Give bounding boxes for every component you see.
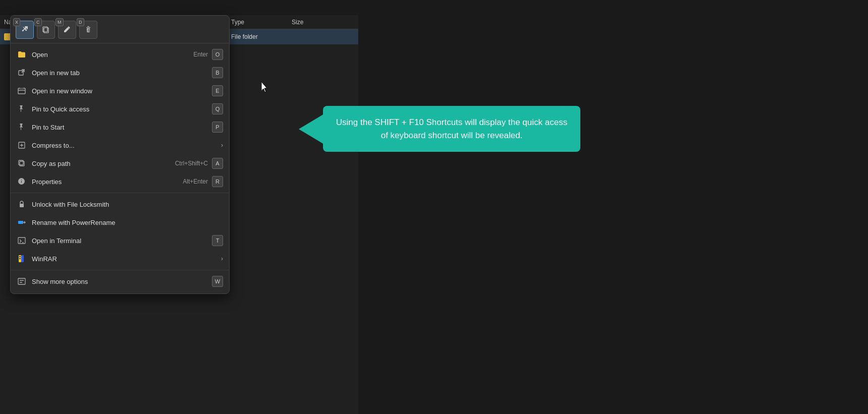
cut-button[interactable]: X [16, 21, 34, 39]
col-type: Type [231, 19, 292, 26]
menu-item-winrar[interactable]: WinRAR › [11, 250, 229, 268]
more-options-key: W [212, 276, 223, 287]
open-new-tab-icon [17, 68, 27, 78]
menu-item-more-options[interactable]: Show more options W [11, 272, 229, 290]
rename-icon [63, 26, 71, 34]
svg-rect-10 [18, 238, 25, 244]
copy-path-label: Copy as path [32, 160, 167, 167]
delete-key-badge: D [77, 18, 84, 26]
copy-path-icon [17, 158, 27, 168]
pin-start-icon [17, 122, 27, 132]
copy-key-badge: C [34, 18, 42, 26]
rename-button[interactable]: M [58, 21, 76, 39]
terminal-key: T [212, 235, 223, 246]
open-new-window-key: E [212, 85, 223, 96]
context-menu-toolbar: X C M D [11, 19, 229, 43]
tooltip-text: Using the SHIFT + F10 Shortcuts will dis… [335, 116, 568, 142]
properties-key: R [212, 176, 223, 187]
delete-button[interactable]: D [79, 21, 97, 39]
pin-start-label: Pin to Start [32, 124, 208, 131]
context-menu: X C M D [10, 15, 230, 294]
open-label: Open [32, 51, 185, 58]
pin-start-key: P [212, 122, 223, 133]
open-icon [17, 49, 27, 60]
svg-rect-13 [19, 256, 21, 257]
copy-path-key: A [212, 158, 223, 169]
tooltip-bubble: Using the SHIFT + F10 Shortcuts will dis… [323, 106, 580, 152]
open-shortcut: Enter [193, 51, 208, 58]
compress-label: Compress to... [32, 142, 219, 149]
power-rename-icon [17, 217, 27, 227]
winrar-arrow: › [221, 255, 223, 262]
menu-item-unlock[interactable]: Unlock with File Locksmith [11, 195, 229, 213]
open-new-window-icon [17, 86, 27, 96]
menu-item-open-new-tab[interactable]: Open in new tab B [11, 64, 229, 82]
lock-icon [17, 199, 27, 209]
copy-path-shortcut: Ctrl+Shift+C [175, 160, 208, 167]
delete-icon [84, 26, 92, 34]
copy-button[interactable]: C [37, 21, 55, 39]
open-key: O [212, 49, 223, 60]
more-options-icon [17, 276, 27, 286]
properties-shortcut: Alt+Enter [183, 178, 208, 185]
unlock-label: Unlock with File Locksmith [32, 201, 223, 208]
menu-item-pin-start[interactable]: Pin to Start P [11, 118, 229, 136]
terminal-icon [17, 235, 27, 246]
svg-rect-9 [18, 221, 23, 224]
svg-rect-4 [20, 88, 23, 89]
properties-label: Properties [32, 178, 175, 186]
col-size: Size [292, 19, 332, 26]
rename-key-badge: M [56, 18, 64, 26]
more-options-label: Show more options [32, 278, 208, 285]
winrar-label: WinRAR [32, 255, 219, 263]
terminal-label: Open in Terminal [32, 237, 208, 245]
compress-arrow: › [221, 142, 223, 149]
cut-icon [21, 26, 29, 34]
menu-item-terminal[interactable]: Open in Terminal T [11, 231, 229, 250]
menu-item-pin-quick[interactable]: Pin to Quick access Q [11, 100, 229, 118]
power-rename-label: Rename with PowerRename [32, 219, 223, 226]
menu-item-copy-path[interactable]: Copy as path Ctrl+Shift+C A [11, 154, 229, 172]
svg-rect-12 [21, 255, 24, 262]
open-new-tab-label: Open in new tab [32, 69, 208, 77]
cut-key-badge: X [13, 18, 20, 26]
copy-icon [42, 26, 50, 34]
menu-separator-1 [11, 193, 229, 193]
menu-item-compress[interactable]: Compress to... › [11, 136, 229, 154]
menu-item-open-new-window[interactable]: Open in new window E [11, 82, 229, 100]
menu-item-power-rename[interactable]: Rename with PowerRename [11, 213, 229, 231]
winrar-icon [17, 254, 27, 264]
file-type-cell: File folder [231, 33, 292, 40]
svg-rect-14 [19, 258, 21, 259]
pin-quick-icon [17, 104, 27, 114]
pin-quick-label: Pin to Quick access [32, 105, 208, 113]
svg-rect-8 [20, 204, 24, 207]
menu-item-open[interactable]: Open Enter O [11, 45, 229, 64]
svg-rect-15 [18, 278, 25, 284]
compress-icon [17, 140, 27, 150]
menu-separator-2 [11, 270, 229, 270]
open-new-tab-key: B [212, 67, 223, 78]
properties-icon [17, 176, 27, 187]
menu-item-properties[interactable]: Properties Alt+Enter R [11, 172, 229, 191]
open-new-window-label: Open in new window [32, 87, 208, 95]
pin-quick-key: Q [212, 103, 223, 114]
